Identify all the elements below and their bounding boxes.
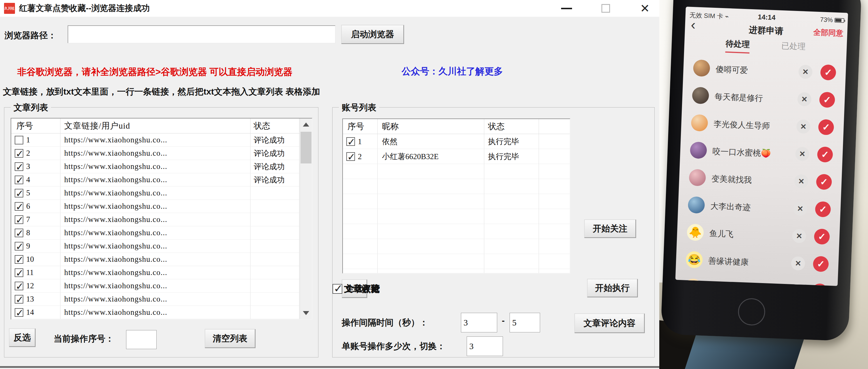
- row-index: 14: [26, 308, 34, 317]
- article-scrollbar[interactable]: [300, 118, 312, 319]
- row-link: https://www.xiaohongshu.co...: [60, 162, 250, 171]
- launch-browser-button[interactable]: 启动浏览器: [341, 25, 404, 44]
- reject-button[interactable]: ✕: [797, 92, 812, 106]
- checkbox-icon[interactable]: [333, 284, 342, 294]
- article-row[interactable]: 2 https://www.xiaohongshu.co... 评论成功: [11, 147, 300, 160]
- approve-button[interactable]: ✓: [815, 201, 831, 217]
- reject-button[interactable]: ✕: [790, 284, 804, 286]
- avatar: [688, 196, 705, 214]
- interval-min-input[interactable]: [461, 313, 497, 332]
- approve-button[interactable]: ✓: [814, 229, 830, 245]
- approve-button[interactable]: ✓: [818, 119, 834, 135]
- col-status: 状态: [484, 121, 539, 132]
- start-execute-button[interactable]: 开始执行: [587, 279, 638, 297]
- row-link: https://www.xiaohongshu.co...: [60, 268, 250, 277]
- maximize-button[interactable]: [597, 1, 614, 15]
- article-row[interactable]: 13 https://www.xiaohongshu.co...: [11, 293, 300, 306]
- phone-photo: 无效 SIM 卡 ⌁ 14:14 73% ‹ 进群申请 全部同意 待处理 已处理: [659, 0, 868, 369]
- comment-content-button[interactable]: 文章评论内容: [575, 313, 645, 333]
- row-checkbox[interactable]: [346, 152, 355, 161]
- article-row[interactable]: 5 https://www.xiaohongshu.co...: [11, 187, 300, 200]
- article-table-header[interactable]: 序号 文章链接/用户uid 状态: [11, 118, 312, 134]
- phone-tab[interactable]: 已处理: [781, 40, 806, 56]
- row-status: 评论成功: [250, 162, 299, 172]
- article-row[interactable]: 1 https://www.xiaohongshu.co... 评论成功: [11, 134, 300, 147]
- interval-dash: -: [502, 316, 505, 325]
- minimize-button[interactable]: [558, 1, 575, 15]
- row-status: 执行完毕: [484, 136, 539, 147]
- reject-button[interactable]: ✕: [796, 119, 811, 134]
- account-row[interactable]: 2 小红薯6620B32E 执行完毕: [343, 149, 570, 164]
- reject-button[interactable]: ✕: [792, 229, 806, 243]
- reject-button[interactable]: ✕: [798, 64, 813, 79]
- action-checkbox[interactable]: 文章评论: [333, 280, 380, 298]
- scroll-down-button[interactable]: [300, 307, 312, 319]
- phone-tab[interactable]: 待处理: [725, 38, 750, 54]
- reject-button[interactable]: ✕: [793, 201, 808, 216]
- approve-button[interactable]: ✓: [813, 256, 829, 272]
- row-status: 执行完毕: [484, 151, 539, 162]
- article-row[interactable]: 4 https://www.xiaohongshu.co... 评论成功: [11, 173, 300, 187]
- row-checkbox[interactable]: [15, 295, 23, 304]
- approve-button[interactable]: ✓: [817, 146, 833, 163]
- row-link: https://www.xiaohongshu.co...: [60, 228, 250, 237]
- invert-selection-button[interactable]: 反选: [9, 328, 35, 347]
- approve-button[interactable]: ✓: [816, 174, 832, 190]
- row-index: 3: [26, 162, 30, 171]
- article-row[interactable]: 11 https://www.xiaohongshu.co...: [11, 266, 300, 279]
- row-link: https://www.xiaohongshu.co...: [60, 294, 250, 304]
- article-table[interactable]: 序号 文章链接/用户uid 状态 1 https://www.xiaohongs…: [11, 118, 312, 320]
- article-row[interactable]: 10 https://www.xiaohongshu.co...: [11, 253, 300, 266]
- row-checkbox[interactable]: [346, 137, 355, 146]
- interval-max-input[interactable]: [509, 313, 540, 332]
- account-row[interactable]: 1 依然 执行完毕: [343, 134, 570, 149]
- row-index: 9: [26, 242, 30, 251]
- article-row[interactable]: 14 https://www.xiaohongshu.co...: [11, 306, 300, 319]
- article-row[interactable]: 3 https://www.xiaohongshu.co... 评论成功: [11, 160, 300, 173]
- account-table-header[interactable]: 序号 昵称 状态: [343, 119, 570, 134]
- row-checkbox[interactable]: [15, 229, 23, 237]
- close-button[interactable]: ✕: [636, 1, 653, 15]
- approve-all-button[interactable]: 全部同意: [813, 27, 843, 38]
- row-index: 2: [358, 152, 362, 161]
- article-row[interactable]: 7 https://www.xiaohongshu.co...: [11, 213, 300, 226]
- article-row[interactable]: 12 https://www.xiaohongshu.co...: [11, 279, 300, 293]
- row-checkbox[interactable]: [15, 189, 23, 197]
- current-index-input[interactable]: [126, 330, 157, 349]
- account-table[interactable]: 序号 昵称 状态 1 依然 执行完毕: [342, 118, 570, 274]
- request-list: 傻嘚可爱 ✕ ✓ 每天都是修行 ✕ ✓ 李光俊人生导师: [675, 55, 846, 286]
- request-nickname: 每天都是修行: [715, 91, 763, 104]
- row-checkbox[interactable]: [15, 268, 23, 277]
- row-checkbox[interactable]: [15, 149, 23, 158]
- article-row[interactable]: 6 https://www.xiaohongshu.co...: [11, 200, 300, 213]
- approve-button[interactable]: ✓: [812, 283, 828, 286]
- title-bar: 久川社 红薯文章点赞收藏--浏览器连接成功 ✕: [0, 0, 659, 17]
- row-checkbox[interactable]: [15, 162, 23, 171]
- row-checkbox[interactable]: [15, 176, 23, 184]
- phone-tabs: 待处理 已处理: [684, 37, 847, 57]
- reject-button[interactable]: ✕: [791, 256, 805, 271]
- home-button[interactable]: [738, 298, 766, 326]
- start-follow-button[interactable]: 开始关注: [584, 219, 636, 238]
- reject-button[interactable]: ✕: [794, 174, 808, 189]
- approve-button[interactable]: ✓: [820, 64, 836, 80]
- reject-button[interactable]: ✕: [795, 147, 810, 161]
- row-checkbox[interactable]: [15, 242, 23, 251]
- wechat-account-text: 公众号：久川社了解更多: [402, 65, 503, 78]
- switch-count-input[interactable]: [467, 336, 503, 356]
- scrollbar-thumb[interactable]: [301, 132, 311, 164]
- article-row[interactable]: 9 https://www.xiaohongshu.co...: [11, 239, 300, 253]
- row-checkbox[interactable]: [15, 308, 23, 317]
- clear-list-button[interactable]: 清空列表: [205, 329, 255, 348]
- article-row[interactable]: 8 https://www.xiaohongshu.co...: [11, 226, 300, 239]
- row-checkbox[interactable]: [15, 282, 23, 290]
- browser-path-input[interactable]: [68, 25, 335, 43]
- row-checkbox[interactable]: [15, 255, 23, 264]
- approve-button[interactable]: ✓: [819, 92, 835, 108]
- scroll-up-button[interactable]: [300, 118, 312, 131]
- window-bottom-edge: [0, 366, 659, 368]
- row-checkbox[interactable]: [15, 136, 23, 144]
- row-checkbox[interactable]: [15, 202, 23, 211]
- row-checkbox[interactable]: [15, 215, 23, 224]
- request-nickname: 网恋被骗32万: [707, 283, 756, 286]
